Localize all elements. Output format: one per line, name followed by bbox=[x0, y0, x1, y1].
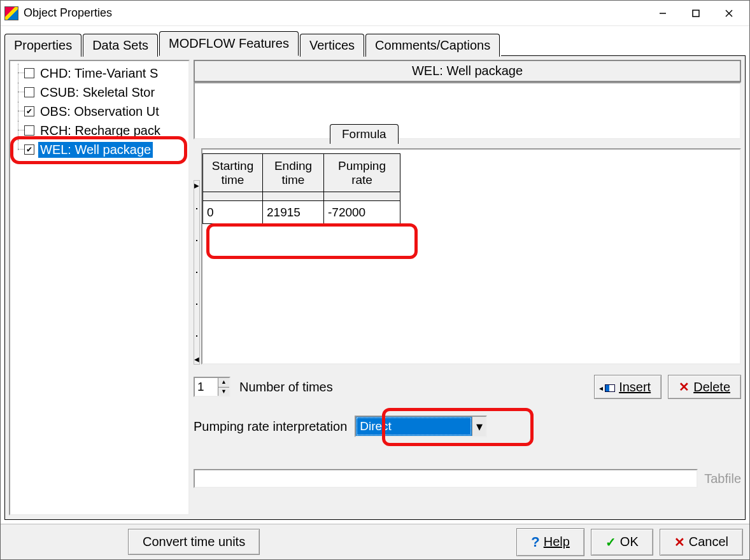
tree-item-wel[interactable]: ✔ WEL: Well package bbox=[10, 140, 188, 159]
table-row[interactable]: 0 21915 -72000 bbox=[203, 201, 400, 224]
interp-label: Pumping rate interpretation bbox=[194, 419, 347, 434]
checkbox-obs[interactable]: ✔ bbox=[24, 106, 34, 116]
num-times-input[interactable] bbox=[195, 378, 218, 396]
chevron-left-icon: ◀ bbox=[194, 356, 199, 363]
ok-button-label: OK bbox=[620, 535, 639, 549]
feature-detail-panel: WEL: Well package ▶ ◀ Formula Starting t… bbox=[194, 60, 741, 515]
delete-icon: ✕ bbox=[679, 379, 690, 395]
cancel-icon: ✕ bbox=[674, 535, 685, 550]
tab-comments-captions[interactable]: Comments/Captions bbox=[365, 34, 500, 57]
help-button[interactable]: Help bbox=[516, 528, 584, 556]
maximize-button[interactable] bbox=[679, 3, 712, 24]
col-ending-time[interactable]: Ending time bbox=[263, 154, 324, 192]
checkbox-rch[interactable] bbox=[24, 125, 34, 136]
delete-button[interactable]: ✕ Delete bbox=[668, 375, 741, 399]
interp-dropdown[interactable]: Direct ▾ bbox=[355, 416, 487, 437]
svg-rect-1 bbox=[693, 10, 699, 17]
tabfile-label: Tabfile bbox=[704, 472, 741, 486]
window-controls bbox=[646, 3, 746, 24]
chevron-right-icon: ▶ bbox=[194, 182, 199, 189]
tree-label-csub: CSUB: Skeletal Stor bbox=[38, 85, 157, 101]
checkbox-chd[interactable] bbox=[24, 68, 34, 78]
col-starting-time[interactable]: Starting time bbox=[203, 154, 263, 192]
time-table: Starting time Ending time Pumping rate 0… bbox=[202, 153, 400, 224]
feature-tree: CHD: Time-Variant S CSUB: Skeletal Stor … bbox=[9, 60, 190, 515]
tab-strip: Properties Data Sets MODFLOW Features Ve… bbox=[1, 26, 749, 56]
check-icon: ✓ bbox=[605, 535, 616, 550]
cell-pumping-rate[interactable]: -72000 bbox=[324, 201, 400, 224]
tree-item-rch[interactable]: RCH: Recharge pack bbox=[10, 121, 188, 140]
window-title: Object Properties bbox=[24, 6, 112, 20]
object-properties-window: Object Properties Properties Data Sets M… bbox=[0, 0, 750, 560]
spin-down-icon[interactable]: ▼ bbox=[218, 387, 229, 396]
panel-title: WEL: Well package bbox=[194, 60, 741, 82]
tree-label-wel: WEL: Well package bbox=[38, 142, 153, 158]
cancel-button-label: Cancel bbox=[689, 535, 728, 549]
cell-starting-time[interactable]: 0 bbox=[203, 201, 263, 224]
tab-properties[interactable]: Properties bbox=[4, 34, 81, 57]
highlight-annotation-row bbox=[206, 223, 418, 259]
tree-label-chd: CHD: Time-Variant S bbox=[38, 66, 160, 81]
insert-icon bbox=[605, 384, 615, 392]
num-times-label: Number of times bbox=[239, 380, 333, 395]
help-button-label: Help bbox=[544, 535, 570, 549]
tree-item-csub[interactable]: CSUB: Skeletal Stor bbox=[10, 83, 188, 102]
cancel-button[interactable]: ✕ Cancel bbox=[660, 529, 743, 556]
panel-blank-area bbox=[194, 82, 741, 139]
minimize-icon bbox=[659, 10, 667, 17]
col-pumping-rate[interactable]: Pumping rate bbox=[324, 154, 400, 192]
titlebar: Object Properties bbox=[1, 1, 749, 26]
tree-label-obs: OBS: Observation Ut bbox=[38, 104, 161, 120]
insert-button[interactable]: Insert bbox=[594, 375, 662, 399]
tab-modflow-features[interactable]: MODFLOW Features bbox=[159, 31, 299, 56]
formula-tab[interactable]: Formula bbox=[330, 124, 399, 144]
minimize-button[interactable] bbox=[646, 3, 679, 24]
tab-vertices[interactable]: Vertices bbox=[300, 34, 364, 57]
table-spacer-row bbox=[203, 192, 400, 201]
convert-time-units-button[interactable]: Convert time units bbox=[128, 529, 260, 555]
app-icon bbox=[4, 6, 18, 20]
checkbox-wel[interactable]: ✔ bbox=[24, 144, 34, 155]
dialog-button-bar: Convert time units Help ✓ OK ✕ Cancel bbox=[1, 524, 749, 559]
tab-data-sets[interactable]: Data Sets bbox=[83, 34, 158, 57]
tab-body: CHD: Time-Variant S CSUB: Skeletal Stor … bbox=[4, 56, 746, 520]
panel-splitter[interactable]: ▶ ◀ bbox=[194, 180, 200, 365]
insert-button-label: Insert bbox=[619, 380, 651, 394]
close-button[interactable] bbox=[712, 3, 746, 24]
tree-item-chd[interactable]: CHD: Time-Variant S bbox=[10, 64, 188, 83]
num-times-spinner[interactable]: ▲ ▼ bbox=[194, 377, 230, 397]
spin-up-icon[interactable]: ▲ bbox=[218, 378, 229, 387]
chevron-down-icon[interactable]: ▾ bbox=[472, 417, 486, 436]
time-grid: Formula Starting time Ending time Pumpin… bbox=[201, 148, 741, 365]
tree-item-obs[interactable]: ✔ OBS: Observation Ut bbox=[10, 102, 188, 121]
help-icon bbox=[531, 534, 539, 550]
cell-ending-time[interactable]: 21915 bbox=[263, 201, 324, 224]
checkbox-csub[interactable] bbox=[24, 87, 34, 97]
interp-value: Direct bbox=[356, 417, 472, 436]
delete-button-label: Delete bbox=[693, 380, 730, 394]
ok-button[interactable]: ✓ OK bbox=[591, 529, 653, 556]
maximize-icon bbox=[692, 10, 700, 17]
close-icon bbox=[725, 10, 733, 17]
tree-label-rch: RCH: Recharge pack bbox=[38, 123, 162, 139]
tabfile-input[interactable] bbox=[194, 469, 698, 488]
